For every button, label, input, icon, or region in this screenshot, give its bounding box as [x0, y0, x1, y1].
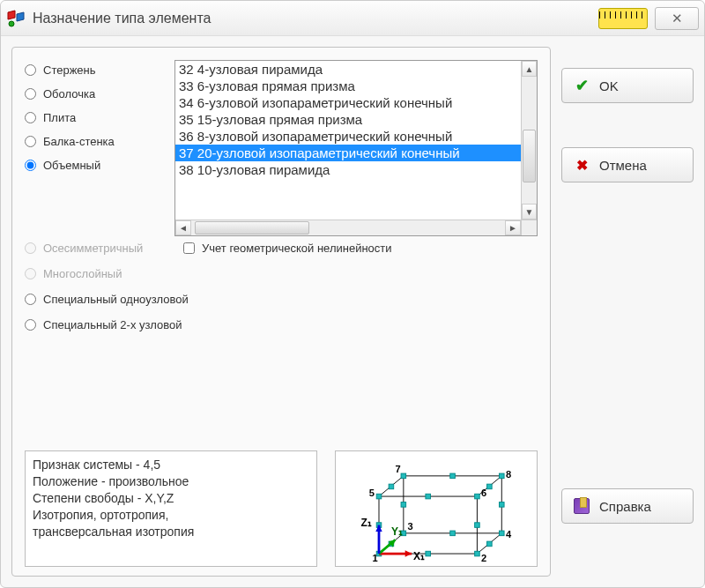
info-line: Признак системы - 4,5: [33, 457, 309, 473]
radio-special1[interactable]: Специальный одноузловой: [25, 293, 538, 306]
list-item[interactable]: 36 8-узловой изопараметрический конечный: [175, 128, 521, 145]
element-preview: 1 2 3 4 5 6 7 8 X₁ Y₁ Z₁: [335, 450, 538, 567]
window-title: Назначение типа элемента: [33, 11, 598, 26]
app-icon: [6, 9, 26, 28]
svg-rect-30: [487, 541, 493, 547]
svg-rect-24: [500, 473, 505, 479]
radio-multilayer: Многослойный: [25, 267, 538, 280]
radio-plate-input[interactable]: [25, 112, 36, 123]
radio-multilayer-label: Многослойный: [43, 267, 122, 280]
hscroll-thumb[interactable]: [195, 221, 309, 234]
dialog-window: Назначение типа элемента ✕ Стержень Обол…: [0, 0, 705, 588]
svg-text:Y₁: Y₁: [391, 525, 403, 538]
list-item[interactable]: 35 15-узловая прямая призма: [175, 111, 521, 128]
close-button[interactable]: ✕: [655, 7, 699, 30]
list-item[interactable]: 34 6-узловой изопараметрический конечный: [175, 94, 521, 111]
lower-radio-group: Осесимметричный Учет геометрической нели…: [25, 242, 538, 331]
radio-special2-input[interactable]: [25, 319, 36, 331]
svg-rect-18: [500, 531, 505, 536]
list-item[interactable]: 33 6-узловая прямая призма: [175, 78, 521, 94]
info-line: Степени свободы - X,Y,Z: [33, 490, 309, 507]
help-button-label: Справка: [599, 499, 651, 514]
svg-rect-15: [475, 551, 480, 556]
svg-rect-22: [401, 473, 406, 479]
svg-text:5: 5: [369, 488, 375, 498]
vscroll-track[interactable]: [522, 77, 537, 204]
svg-text:X₁: X₁: [413, 550, 425, 562]
scroll-up-icon[interactable]: ▲: [522, 61, 537, 77]
vscroll-thumb[interactable]: [523, 130, 536, 182]
svg-rect-20: [426, 494, 431, 499]
checkbox-geom-nonlin-input[interactable]: [183, 242, 195, 254]
svg-text:7: 7: [396, 464, 401, 474]
svg-text:6: 6: [481, 488, 486, 498]
svg-rect-27: [401, 502, 406, 508]
svg-text:2: 2: [481, 553, 486, 563]
check-icon: [573, 77, 590, 94]
scroll-right-icon[interactable]: ►: [505, 220, 521, 235]
radio-rod-input[interactable]: [25, 64, 36, 76]
main-panel: Стержень Оболочка Плита Балка-стенка: [11, 47, 551, 577]
element-type-listbox[interactable]: 32 4-узловая пирамида 33 6-узловая пряма…: [174, 60, 538, 236]
radio-plate-label: Плита: [43, 111, 76, 124]
svg-rect-17: [450, 531, 456, 536]
dialog-body: Стержень Оболочка Плита Балка-стенка: [1, 36, 704, 587]
top-row: Стержень Оболочка Плита Балка-стенка: [25, 60, 538, 236]
scroll-left-icon[interactable]: ◄: [175, 220, 191, 235]
radio-special1-label: Специальный одноузловой: [43, 293, 189, 306]
svg-text:4: 4: [506, 529, 512, 540]
listbox-hscrollbar[interactable]: ◄ ►: [175, 220, 521, 235]
side-button-panel: OK Отмена Справка: [561, 47, 694, 577]
type-radio-group: Стержень Оболочка Плита Балка-стенка: [25, 60, 166, 236]
checkbox-geom-nonlin[interactable]: Учет геометрической нелинейности: [183, 242, 392, 255]
radio-shell-input[interactable]: [25, 88, 36, 100]
x-icon: [573, 156, 590, 174]
checkbox-geom-nonlin-label: Учет геометрической нелинейности: [202, 242, 392, 255]
svg-rect-28: [500, 502, 505, 508]
ok-button-label: OK: [599, 78, 619, 93]
radio-solid[interactable]: Объемный: [25, 159, 166, 172]
svg-text:8: 8: [506, 469, 511, 480]
radio-plate[interactable]: Плита: [25, 111, 166, 124]
list-item[interactable]: 32 4-узловая пирамида: [175, 61, 521, 78]
radio-shell-label: Оболочка: [43, 87, 95, 100]
radio-rod[interactable]: Стержень: [25, 63, 166, 77]
svg-rect-23: [450, 473, 456, 479]
radio-shell[interactable]: Оболочка: [25, 87, 166, 100]
node-label: 1: [373, 553, 378, 563]
info-line: Положение - произвольное: [33, 473, 309, 490]
svg-rect-31: [389, 484, 394, 489]
svg-point-0: [9, 21, 14, 26]
info-line: Изотропия, ортотропия,: [33, 507, 309, 524]
radio-special2-label: Специальный 2-х узловой: [43, 318, 182, 331]
titlebar: Назначение типа элемента ✕: [1, 1, 704, 36]
hscroll-track[interactable]: [191, 220, 505, 235]
list-item[interactable]: 38 10-узловая пирамида: [175, 161, 521, 178]
radio-axisym-label: Осесимметричный: [43, 242, 143, 255]
listbox-inner: 32 4-узловая пирамида 33 6-узловая пряма…: [175, 61, 521, 220]
radio-solid-input[interactable]: [25, 160, 36, 171]
radio-wallbeam-label: Балка-стенка: [43, 135, 115, 148]
radio-special2[interactable]: Специальный 2-х узловой: [25, 318, 538, 331]
scroll-down-icon[interactable]: ▼: [522, 204, 537, 220]
radio-solid-label: Объемный: [43, 159, 100, 172]
bottom-row: Признак системы - 4,5 Положение - произв…: [25, 436, 538, 567]
radio-multilayer-input: [25, 268, 36, 279]
ok-button[interactable]: OK: [561, 68, 694, 103]
radio-wallbeam[interactable]: Балка-стенка: [25, 135, 166, 148]
book-icon: [573, 497, 590, 515]
svg-text:Z₁: Z₁: [361, 517, 372, 529]
svg-marker-34: [405, 550, 412, 556]
cancel-button-label: Отмена: [599, 158, 647, 173]
radio-special1-input[interactable]: [25, 294, 36, 305]
radio-axisym-input: [25, 242, 36, 254]
help-button[interactable]: Справка: [561, 488, 694, 524]
cancel-button[interactable]: Отмена: [561, 147, 694, 182]
svg-rect-32: [487, 484, 493, 489]
ruler-button[interactable]: [598, 8, 648, 29]
svg-rect-19: [376, 494, 382, 499]
radio-axisym: Осесимметричный: [25, 242, 183, 255]
list-item-selected[interactable]: 37 20-узловой изопараметрический конечны…: [175, 145, 521, 161]
listbox-vscrollbar[interactable]: ▲ ▼: [521, 61, 537, 220]
radio-wallbeam-input[interactable]: [25, 136, 36, 147]
